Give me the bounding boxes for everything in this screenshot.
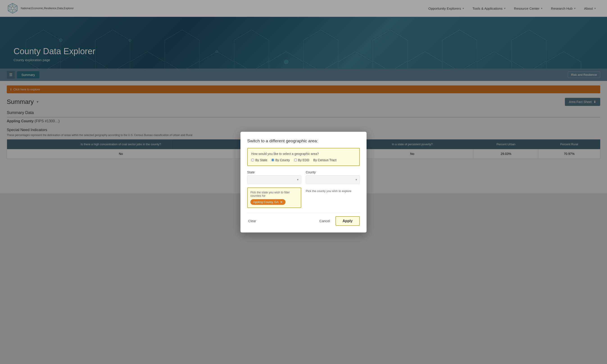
geo-selection-box: How would you like to select a geographi… <box>247 148 360 166</box>
state-select[interactable] <box>247 175 301 184</box>
geo-option-state[interactable]: By State <box>251 158 267 162</box>
geo-option-edd[interactable]: By EDD <box>294 158 309 162</box>
selects-row: State ▼ County ▼ <box>247 170 360 184</box>
geo-radio-county[interactable] <box>271 158 274 161</box>
state-hint-text: Pick the state you wish to filter counti… <box>250 191 298 194</box>
county-select-wrapper: ▼ <box>306 175 360 184</box>
county-hint-text: Pick the county you wish to explore <box>306 188 360 194</box>
geo-radio-edd[interactable] <box>294 158 297 161</box>
geo-switch-modal: Switch to a different geographic area: H… <box>240 132 367 194</box>
modal-title: Switch to a different geographic area: <box>247 139 360 143</box>
state-select-group: State ▼ <box>247 170 301 184</box>
geo-question: How would you like to select a geographi… <box>251 152 356 156</box>
geo-radio-state[interactable] <box>251 158 254 161</box>
geo-option-county[interactable]: By County <box>271 158 290 162</box>
county-hint-container: Pick the county you wish to explore <box>306 187 360 194</box>
county-label: County <box>306 170 360 174</box>
hints-row: Pick the state you wish to filter counti… <box>247 187 360 194</box>
geo-options: By State By County By EDD By Census Trac… <box>251 158 356 162</box>
state-label: State <box>247 170 301 174</box>
geo-option-census-tract-label: By Census Tract <box>313 158 336 162</box>
state-hint-box: Pick the state you wish to filter counti… <box>247 187 301 194</box>
county-select-group: County ▼ <box>306 170 360 184</box>
county-select[interactable] <box>306 175 360 184</box>
state-select-wrapper: ▼ <box>247 175 301 184</box>
state-hint-container: Pick the state you wish to filter counti… <box>247 187 301 194</box>
modal-overlay[interactable]: Switch to a different geographic area: H… <box>0 0 607 193</box>
